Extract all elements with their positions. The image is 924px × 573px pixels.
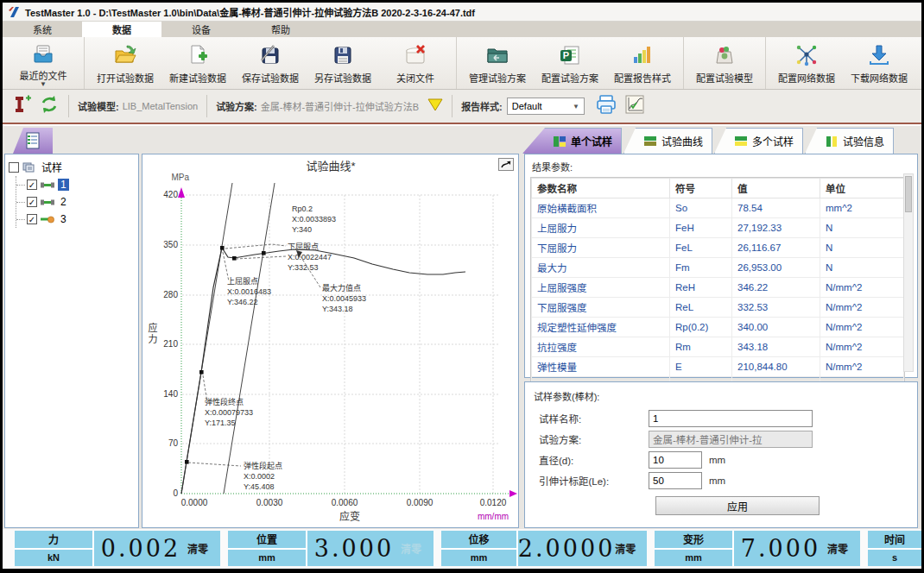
annotation-label: 弹性段终点 [205, 397, 244, 406]
tree-item-specimen-3[interactable]: ✓ 3 [16, 211, 136, 228]
manage-scheme-button[interactable]: 管理试验方案 [461, 39, 534, 87]
tree-children: ✓ 1 ✓ 2 ✓ 3 [16, 176, 136, 228]
table-row[interactable]: 最大力Fm26,953.00N [532, 258, 904, 278]
tab-multi-specimen[interactable]: 多个试样 [714, 128, 803, 154]
menu-system[interactable]: 系统 [3, 22, 82, 37]
table-row[interactable]: 规定塑性延伸强度Rp(0.2)340.00N/mm^2 [532, 318, 904, 337]
rp02-offset-line [224, 183, 275, 494]
close-file-button[interactable]: 关闭文件 [379, 39, 452, 87]
position-name: 位置 [228, 531, 306, 550]
results-scrollbar[interactable] [903, 173, 914, 372]
clear-position-button[interactable]: 清零 [401, 531, 434, 566]
table-row[interactable]: 上屈服力FeH27,192.33N [532, 218, 904, 238]
refresh-button[interactable] [39, 94, 60, 118]
results-table: 参数名称 符号 值 单位 原始横截面积So78.54mm^2 上屈服力FeH27… [531, 178, 904, 390]
upload-network-button[interactable]: 上传网络数据 [915, 39, 921, 87]
menu-data[interactable]: 数据 [82, 22, 161, 37]
new-data-button[interactable]: 新建试验数据 [161, 39, 234, 87]
add-specimen-button[interactable] [11, 94, 32, 118]
scrollbar-thumb[interactable] [905, 176, 912, 212]
chart-popup-button[interactable] [498, 158, 514, 171]
results-title: 结果参数: [530, 158, 912, 177]
params-title: 试样参数(棒材): [532, 387, 910, 406]
y-axis-arrow [178, 187, 185, 198]
menu-help[interactable]: 帮助 [241, 22, 320, 37]
chevron-down-icon: ▼ [40, 82, 47, 87]
print-report-button[interactable] [595, 94, 617, 118]
config-report-style-button[interactable]: 配置报告样式 [606, 39, 679, 87]
config-network-button[interactable]: 配置网络数据 [770, 39, 843, 87]
save-data-button[interactable]: 保存试验数据 [234, 39, 307, 87]
status-panel-displacement: 位移 mm 2.0000 清零 [441, 531, 647, 566]
test-curve-chart-panel[interactable]: 应力 试验曲线* MPa mm/mm 应变 [142, 154, 519, 528]
config-model-button[interactable]: 配置试验模型 [688, 39, 761, 87]
svg-text:70: 70 [168, 438, 179, 448]
svg-text:X:0.0045933: X:0.0045933 [322, 294, 366, 303]
tree-item-specimen-2[interactable]: ✓ 2 [16, 193, 136, 211]
tab-single-specimen[interactable]: 单个试样 [522, 128, 622, 154]
svg-text:0.0000: 0.0000 [181, 498, 208, 507]
specimen-name-label: 试样名称: [532, 412, 649, 425]
close-file-icon [403, 41, 427, 69]
download-network-button[interactable]: 下载网络数据 [843, 39, 915, 87]
specimen-checkbox[interactable]: ✓ [27, 197, 37, 207]
tab-test-curve[interactable]: 试验曲线 [623, 128, 712, 154]
config-scheme-button[interactable]: P 配置试验方案 [534, 39, 606, 87]
x-axis-label: 应变 [339, 510, 360, 523]
svg-text:Y:332.53: Y:332.53 [288, 263, 319, 272]
svg-text:X:0.00079733: X:0.00079733 [205, 408, 253, 417]
quick-toolbar: 试验模型: LIB_MetalTension 试验方案: 金属-棒材-普通引伸计… [3, 90, 921, 124]
publisher-p-icon: P [558, 41, 582, 69]
svg-text:X:0.0002: X:0.0002 [244, 472, 275, 481]
status-panel-force: 力 kN 0.002 清零 [15, 531, 220, 566]
deformation-name: 变形 [655, 531, 732, 550]
scheme-field-input [649, 431, 813, 448]
x-unit-label: mm/mm [478, 512, 509, 521]
y-unit-label: MPa [171, 173, 189, 182]
test-info-icon [825, 135, 839, 148]
tab-test-info[interactable]: 试验信息 [805, 128, 894, 154]
recent-files-button[interactable]: 最近的文件 ▼ [7, 39, 79, 87]
clear-displacement-button[interactable]: 清零 [615, 531, 647, 566]
svg-text:0.0030: 0.0030 [256, 498, 283, 507]
clear-force-button[interactable]: 清零 [187, 531, 220, 566]
displacement-unit: mm [441, 550, 516, 567]
table-row[interactable]: 抗拉强度Rm343.18N/mm^2 [532, 337, 904, 357]
table-row[interactable]: 上屈服强度ReH346.22N/mm^2 [532, 278, 904, 298]
svg-text:X:0.0016483: X:0.0016483 [227, 287, 271, 296]
open-data-button[interactable]: 打开试验数据 [89, 39, 161, 87]
specimen-name-input[interactable] [649, 410, 813, 427]
specimen-label: 2 [58, 196, 69, 208]
report-style-label: 报告样式: [461, 99, 503, 113]
table-row[interactable]: 弹性模量E210,844.80N/mm^2 [532, 357, 904, 377]
report-style-select[interactable]: Default ▼ [507, 98, 585, 115]
gauge-length-input[interactable] [649, 472, 702, 489]
scheme-warning-icon[interactable] [427, 98, 443, 115]
root-checkbox[interactable] [9, 162, 19, 173]
apply-button[interactable]: 应用 [655, 496, 820, 515]
save-as-icon [331, 41, 355, 69]
table-row[interactable]: 下屈服强度ReL332.53N/mm^2 [532, 298, 904, 318]
table-row[interactable]: 原始横截面积So78.54mm^2 [532, 198, 904, 218]
printer-icon [595, 94, 617, 115]
app-logo-icon [8, 6, 20, 18]
svg-text:X:0.0033893: X:0.0033893 [292, 215, 336, 224]
menu-device[interactable]: 设备 [161, 22, 241, 37]
specimen-checkbox[interactable]: ✓ [27, 214, 37, 224]
preview-curve-button[interactable] [624, 95, 645, 117]
tab-specimen-list[interactable] [13, 128, 53, 154]
scheme-field-label: 试验方案: [532, 432, 649, 446]
svg-text:210: 210 [163, 339, 178, 349]
specimen-params-panel: 试样参数(棒材): 试样名称: 试验方案: 直径(d): mm 引伸计标距(Le… [524, 381, 918, 528]
tree-item-specimen-1[interactable]: ✓ 1 [16, 176, 136, 193]
clear-deformation-button[interactable]: 清零 [827, 531, 860, 566]
tree-root-specimens[interactable]: 试样 [7, 158, 136, 176]
specimen-checkbox[interactable]: ✓ [27, 179, 37, 190]
ribbon-group-model: 配置试验模型 [684, 37, 766, 89]
diameter-input[interactable] [649, 451, 702, 469]
force-value: 0.002 [94, 531, 187, 566]
specimen-label: 1 [58, 179, 69, 191]
save-as-data-button[interactable]: 另存试验数据 [307, 39, 379, 87]
table-row[interactable]: 下屈服力FeL26,116.67N [532, 238, 904, 258]
toolbar-separator [206, 95, 207, 117]
